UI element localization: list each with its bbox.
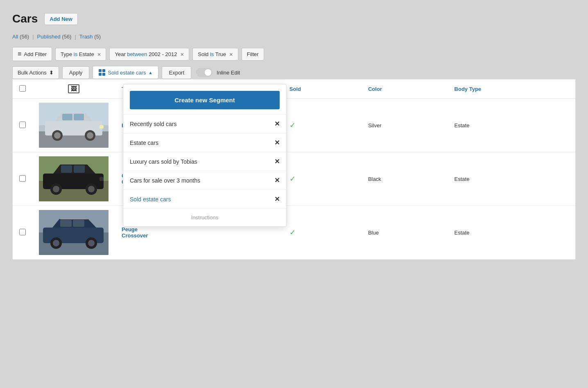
svg-point-34	[88, 240, 95, 246]
segment-dropdown-panel: Create new Segment Recently sold cars ✕ …	[123, 84, 287, 227]
row-color-cell: Black	[362, 152, 448, 206]
color-col-header[interactable]: Color	[362, 79, 448, 99]
filter-sold-tag: Sold is True ×	[192, 48, 238, 61]
row-color-cell: Blue	[362, 206, 448, 259]
segment-dropdown-button[interactable]: Sold estate cars ▲	[93, 66, 158, 79]
filter-icon: ≡	[18, 50, 21, 58]
svg-rect-5	[62, 114, 72, 120]
row-checkbox[interactable]	[19, 122, 26, 128]
apply-button[interactable]: Apply	[62, 66, 90, 79]
segment-remove-icon[interactable]: ✕	[274, 158, 280, 165]
svg-point-8	[54, 132, 61, 139]
dropdown-footer[interactable]: Instructions	[123, 208, 286, 226]
segment-item-luxury-cars[interactable]: Luxury cars sold by Tobias ✕	[123, 152, 286, 171]
segment-remove-icon[interactable]: ✕	[274, 176, 280, 184]
svg-point-32	[53, 240, 59, 246]
inline-edit-toggle[interactable]	[196, 68, 213, 77]
filter-year-remove[interactable]: ×	[181, 51, 184, 57]
svg-rect-29	[60, 220, 72, 227]
filter-type-remove[interactable]: ×	[97, 51, 101, 57]
row-checkbox-cell	[13, 99, 32, 152]
segment-item-estate-cars[interactable]: Estate cars ✕	[123, 133, 286, 152]
segment-item-cars-3months[interactable]: Cars for sale over 3 months ✕	[123, 171, 286, 189]
filter-sold-remove[interactable]: ×	[229, 51, 233, 57]
sold-check-icon: ✓	[289, 228, 296, 237]
segment-remove-icon[interactable]: ✕	[274, 195, 280, 203]
segment-remove-icon[interactable]: ✕	[274, 120, 280, 128]
row-image-cell	[32, 152, 115, 206]
car-svg	[39, 210, 109, 255]
segment-item-sold-estate[interactable]: Sold estate cars ✕	[123, 189, 286, 208]
segment-item-label: Estate cars	[130, 140, 158, 146]
table-row: BMW ✓ Silver Estate	[13, 99, 575, 152]
car-image	[39, 210, 109, 255]
page-header: Cars Add New	[12, 12, 576, 25]
toggle-knob	[205, 69, 211, 76]
car-svg	[39, 103, 109, 148]
svg-point-20	[53, 186, 59, 192]
body-type-col-header[interactable]: Body Type	[448, 79, 575, 99]
sub-nav-trash[interactable]: Trash (5)	[79, 34, 101, 40]
row-body-type-cell: Estate	[448, 206, 575, 259]
select-all-checkbox[interactable]	[19, 85, 26, 92]
segment-item-recently-sold[interactable]: Recently sold cars ✕	[123, 114, 286, 133]
page-title: Cars	[12, 12, 38, 25]
svg-rect-35	[60, 218, 88, 219]
svg-rect-30	[73, 220, 84, 227]
table-row: ChevCapti ✓ Black Estate	[13, 152, 575, 206]
filter-bar: ≡ Add Filter Type is Estate × Year betwe…	[12, 47, 576, 61]
filter-year-tag: Year between 2002 - 2012 ×	[109, 48, 189, 61]
actions-bar: Bulk Actions ⬍ Apply Sold estate cars ▲ …	[12, 66, 576, 79]
sub-nav: All (56) | Published (56) | Trash (5)	[12, 34, 576, 40]
image-col-icon: 🖼	[68, 84, 79, 93]
sold-check-icon: ✓	[289, 121, 296, 129]
row-sold-cell: ✓	[283, 99, 362, 152]
sub-nav-sep2: |	[75, 34, 76, 40]
add-filter-button[interactable]: ≡ Add Filter	[12, 47, 52, 61]
filter-button[interactable]: Filter	[242, 48, 264, 61]
create-segment-button[interactable]: Create new Segment	[130, 91, 280, 109]
cars-table: 🖼 Title Sold Color Body Type	[12, 79, 576, 260]
row-image-cell	[32, 206, 115, 259]
row-checkbox[interactable]	[19, 175, 26, 182]
inline-edit-area: Inline Edit	[196, 68, 240, 77]
svg-point-22	[88, 186, 95, 192]
inline-edit-label: Inline Edit	[217, 70, 240, 76]
row-color-cell: Silver	[362, 99, 448, 152]
car-svg	[39, 156, 109, 201]
select-all-col	[13, 79, 32, 99]
export-button[interactable]: Export	[162, 66, 191, 79]
svg-rect-11	[100, 125, 104, 129]
row-checkbox[interactable]	[19, 229, 26, 235]
image-col-header: 🖼	[32, 79, 115, 99]
row-body-type-cell: Estate	[448, 152, 575, 206]
svg-point-10	[87, 132, 93, 139]
sub-nav-published[interactable]: Published (56)	[37, 34, 72, 40]
row-checkbox-cell	[13, 206, 32, 259]
car-image	[39, 156, 109, 201]
row-sold-cell: ✓	[283, 152, 362, 206]
segment-squares-icon	[99, 69, 105, 76]
sub-nav-sep1: |	[32, 34, 34, 40]
table-row: PeugeCrossover ✓ Blue Estate	[13, 206, 575, 259]
segment-item-label: Recently sold cars	[130, 121, 176, 127]
row-sold-cell: ✓	[283, 206, 362, 259]
svg-rect-17	[61, 165, 72, 173]
segment-item-label: Sold estate cars	[130, 196, 171, 203]
add-new-button[interactable]: Add New	[44, 13, 78, 25]
svg-rect-23	[100, 177, 104, 181]
car-title[interactable]: PeugeCrossover	[122, 226, 148, 239]
filter-type-tag: Type is Estate ×	[55, 48, 106, 61]
sold-check-icon: ✓	[289, 175, 296, 183]
sub-nav-all[interactable]: All (56)	[12, 34, 29, 40]
sold-col-header[interactable]: Sold	[283, 79, 362, 99]
bulk-actions-select[interactable]: Bulk Actions ⬍	[12, 66, 59, 79]
caret-up-icon: ▲	[149, 70, 153, 75]
car-image	[39, 103, 109, 148]
row-checkbox-cell	[13, 152, 32, 206]
svg-rect-18	[74, 165, 85, 173]
bulk-actions-arrow-icon: ⬍	[49, 70, 54, 76]
segment-item-label: Cars for sale over 3 months	[130, 177, 200, 184]
segment-remove-icon[interactable]: ✕	[274, 139, 280, 147]
svg-rect-6	[74, 114, 84, 120]
